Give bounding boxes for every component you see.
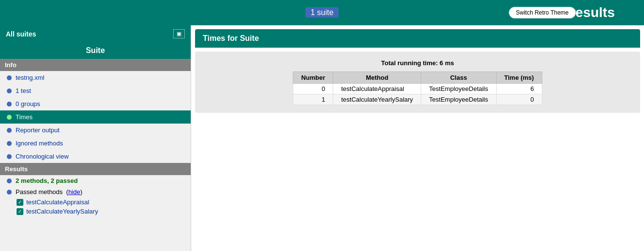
checkmark-icon: ✓	[17, 208, 23, 215]
total-running-time: Total running time: 6 ms	[203, 59, 632, 67]
passed-methods-label: Passed methods (hide)	[16, 188, 82, 196]
col-class: Class	[421, 72, 496, 84]
page-title: results	[570, 5, 615, 20]
checkmark-icon: ✓	[17, 199, 23, 206]
panel-title: Times for Suite	[195, 29, 640, 48]
nav-label: Reporter output	[16, 126, 59, 134]
method-name: testCalculateYearlySalary	[26, 208, 98, 215]
passed-methods-item: Passed methods (hide)	[0, 186, 191, 197]
bullet-icon	[7, 102, 12, 107]
times-table: Number Method Class Time (ms) 0 testCalc…	[293, 72, 542, 105]
table-row: 1 testCalculateYearlySalary TestEmployee…	[293, 94, 542, 105]
collapse-button[interactable]: ▣	[173, 29, 185, 38]
cell-class: TestEmployeeDetails	[421, 84, 496, 94]
bullet-icon	[7, 75, 12, 80]
sidebar-item-times[interactable]: Times	[0, 110, 191, 124]
nav-label: testng.xml	[16, 74, 44, 81]
methods-count: 2 methods, 2 passed	[16, 177, 78, 184]
bullet-icon	[7, 154, 12, 159]
hide-link[interactable]: hide	[68, 188, 80, 196]
info-section-header: Info	[0, 59, 191, 71]
all-suites-header: All suites ▣	[0, 25, 191, 42]
cell-number: 0	[293, 84, 333, 94]
methods-count-item: 2 methods, 2 passed	[0, 175, 191, 186]
header: 1 suite Switch Retro Theme results	[0, 0, 644, 25]
col-method: Method	[333, 72, 421, 84]
suite-count: 1 suite	[305, 8, 338, 17]
suite-label: Suite	[0, 42, 191, 59]
cell-number: 1	[293, 94, 333, 105]
content-panel: Total running time: 6 ms Number Method C…	[195, 52, 640, 113]
suite-count-badge: 1 suite	[305, 7, 338, 18]
sidebar-item-chronological-view[interactable]: Chronological view	[0, 150, 191, 163]
method-item-yearly-salary[interactable]: ✓ testCalculateYearlySalary	[17, 207, 191, 216]
bullet-icon	[7, 128, 12, 133]
cell-time: 0	[496, 94, 542, 105]
all-suites-label: All suites	[6, 30, 36, 38]
nav-label: 1 test	[16, 87, 31, 94]
bullet-icon	[7, 141, 12, 146]
cell-time: 6	[496, 84, 542, 94]
content-area: Times for Suite Total running time: 6 ms…	[191, 25, 644, 251]
nav-label: Chronological view	[16, 153, 69, 160]
sidebar-item-0-groups[interactable]: 0 groups	[0, 97, 191, 110]
nav-label: 0 groups	[16, 100, 40, 108]
method-name: testCalculateAppraisal	[26, 198, 89, 206]
bullet-icon	[7, 179, 12, 183]
sidebar-item-1-test[interactable]: 1 test	[0, 84, 191, 97]
results-section-header: Results	[0, 163, 191, 175]
passed-methods-list: ✓ testCalculateAppraisal ✓ testCalculate…	[0, 197, 191, 218]
col-number: Number	[293, 72, 333, 84]
main-layout: All suites ▣ Suite Info testng.xml 1 tes…	[0, 25, 644, 251]
bullet-icon	[7, 115, 12, 120]
nav-label: Times	[16, 113, 33, 121]
sidebar: All suites ▣ Suite Info testng.xml 1 tes…	[0, 25, 191, 251]
col-time: Time (ms)	[496, 72, 542, 84]
table-header-row: Number Method Class Time (ms)	[293, 72, 542, 84]
sidebar-item-ignored-methods[interactable]: Ignored methods	[0, 137, 191, 150]
cell-method: testCalculateAppraisal	[333, 84, 421, 94]
table-row: 0 testCalculateAppraisal TestEmployeeDet…	[293, 84, 542, 94]
cell-method: testCalculateYearlySalary	[333, 94, 421, 105]
cell-class: TestEmployeeDetails	[421, 94, 496, 105]
method-item-appraisal[interactable]: ✓ testCalculateAppraisal	[17, 197, 191, 207]
bullet-icon	[7, 89, 12, 93]
sidebar-item-testng-xml[interactable]: testng.xml	[0, 71, 191, 84]
bullet-icon	[7, 190, 12, 195]
sidebar-item-reporter-output[interactable]: Reporter output	[0, 124, 191, 137]
switch-theme-button[interactable]: Switch Retro Theme	[509, 7, 576, 18]
nav-label: Ignored methods	[16, 140, 63, 147]
